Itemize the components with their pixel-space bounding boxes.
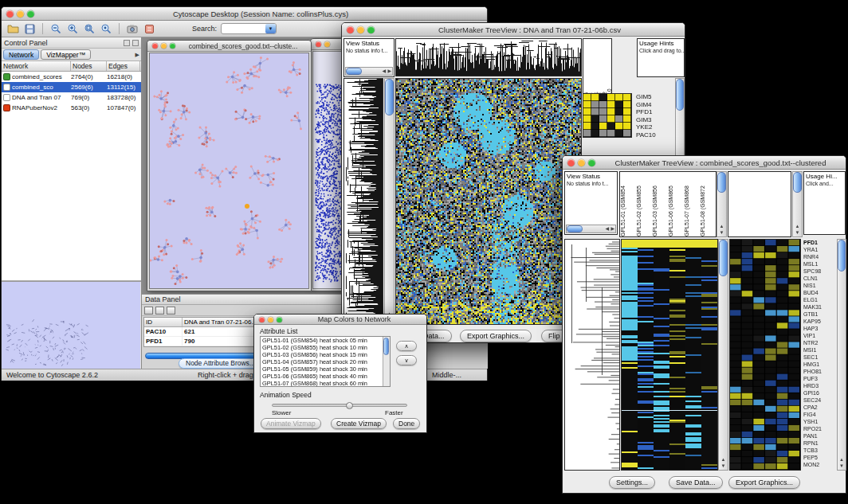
done-button[interactable]: Done <box>393 418 420 429</box>
minimize-button[interactable] <box>324 41 330 47</box>
scrollbar-horizontal[interactable]: ◀ ▶ <box>345 67 393 76</box>
heatmap-panel[interactable] <box>621 239 718 471</box>
gene-label[interactable]: PEP5 <box>802 454 837 461</box>
network-list-row[interactable]: DNA and Tran 07 769(0) 183728(0) <box>2 92 141 103</box>
gene-label[interactable]: NIS1 <box>802 282 837 289</box>
search-dropdown-icon[interactable]: ▼ <box>265 24 276 33</box>
gene-label[interactable]: CLN1 <box>802 275 837 282</box>
scroll-right-icon[interactable]: ▶ <box>610 225 614 232</box>
gene-label[interactable]: RNR4 <box>802 253 837 260</box>
gene-label[interactable]: RPN1 <box>802 440 837 447</box>
gene-label[interactable]: PHO81 <box>802 368 837 375</box>
gene-label[interactable]: PFD1 <box>636 108 671 116</box>
zoom-button[interactable] <box>27 10 34 18</box>
column-label[interactable]: GPL51-07 (GSM868 <box>684 172 700 236</box>
zoom-heatmap-canvas[interactable] <box>730 240 800 470</box>
scroll-up-icon[interactable]: ▲ <box>838 456 846 463</box>
row-dendrogram-canvas[interactable] <box>344 79 383 324</box>
attribute-item[interactable]: GPL51-01 (GSM854) heat shock 05 min <box>261 337 383 344</box>
gene-label[interactable]: YRA1 <box>802 246 837 253</box>
zoom-out-icon[interactable] <box>49 23 62 35</box>
window-controls[interactable] <box>6 10 34 18</box>
gene-label[interactable]: HMG1 <box>802 361 837 368</box>
move-down-button[interactable]: ∨ <box>396 355 417 365</box>
search-input[interactable]: ▼ <box>221 23 277 34</box>
network-list-row[interactable]: combined_sco 2569(6) 13112(15) <box>2 82 141 92</box>
col-network[interactable]: Network <box>2 61 71 71</box>
column-dendrogram-panel[interactable] <box>395 38 582 76</box>
attribute-item[interactable]: GPL51-04 (GSM857) heat shock 20 min <box>261 358 383 365</box>
attribute-item[interactable]: GPL51-07 (GSM868) heat shock 60 min <box>261 380 383 387</box>
attribute-item[interactable]: GPL51-02 (GSM855) heat shock 10 min <box>261 344 383 351</box>
treeview-combined-titlebar[interactable]: ClusterMaker TreeView : combined_scores_… <box>563 156 846 170</box>
column-label[interactable]: GPL51-08 (GSM872 <box>700 172 716 236</box>
gene-label[interactable]: PAN1 <box>802 432 837 440</box>
save-data-button[interactable]: Save Data... <box>669 476 723 489</box>
col-edges[interactable]: Edges <box>107 61 140 71</box>
column-label[interactable]: GPL51-01 (GSM854 <box>620 172 636 236</box>
gene-label[interactable]: BUD4 <box>802 289 837 296</box>
gene-label[interactable]: VIP1 <box>802 332 837 339</box>
minimize-button[interactable] <box>17 10 24 18</box>
arrow-right-icon[interactable]: ▶ <box>135 52 139 58</box>
close-button[interactable] <box>347 26 354 33</box>
gene-label[interactable]: SEC1 <box>802 354 837 361</box>
gene-label[interactable]: GPI16 <box>802 389 837 397</box>
scrollbar-horizontal[interactable]: ◀ ▶ <box>566 225 616 233</box>
gene-label[interactable]: ELG1 <box>802 296 837 303</box>
scroll-up-icon[interactable]: ▲ <box>717 223 726 229</box>
scroll-left-icon[interactable]: ◀ <box>382 68 386 75</box>
gene-label[interactable]: PFD1 <box>802 239 837 246</box>
zoom-fit-icon[interactable] <box>83 23 96 35</box>
treeview-dna-titlebar[interactable]: ClusterMaker TreeView : DNA and Tran 07-… <box>342 23 685 37</box>
scrollbar-vertical[interactable]: ▲ ▼ <box>716 171 727 237</box>
attribute-list[interactable]: GPL51-01 (GSM854) heat shock 05 minGPL51… <box>260 336 391 387</box>
save-session-icon[interactable] <box>23 23 36 35</box>
gene-label[interactable]: YSH1 <box>802 418 837 425</box>
annotation-icon[interactable] <box>143 23 155 35</box>
gene-label[interactable]: MSI1 <box>802 346 837 354</box>
create-vizmap-button[interactable]: Create Vizmap <box>331 418 387 429</box>
slider-thumb[interactable] <box>346 402 353 409</box>
close-button[interactable] <box>259 317 265 322</box>
animation-speed-slider[interactable] <box>272 404 407 407</box>
tab-vizmapper[interactable]: VizMapper™ <box>41 49 91 60</box>
gene-label[interactable]: GIM3 <box>636 116 671 124</box>
scrollbar-vertical[interactable]: ▲ ▼ <box>837 239 846 471</box>
gene-label[interactable]: GTB1 <box>802 311 837 318</box>
gene-label[interactable]: SEC24 <box>802 397 837 404</box>
gene-label[interactable]: SPC98 <box>802 268 837 275</box>
minimize-button[interactable] <box>161 43 167 49</box>
network-overview-canvas[interactable] <box>2 282 140 369</box>
snapshot-icon[interactable] <box>126 23 139 35</box>
close-button[interactable] <box>316 41 321 47</box>
scrollbar-vertical[interactable]: ▲ ▼ <box>384 78 395 325</box>
window-controls[interactable] <box>259 317 282 322</box>
scroll-up-icon[interactable]: ▲ <box>719 456 728 463</box>
network-list-row[interactable]: RNAPuberNov2 563(0) 107847(0) <box>2 103 141 113</box>
col-id[interactable]: ID <box>144 318 183 326</box>
tab-network[interactable]: Network <box>3 49 39 60</box>
scroll-right-icon[interactable]: ▶ <box>387 68 391 75</box>
zoom-matrix-panel[interactable] <box>583 93 632 138</box>
gene-label[interactable]: YKE2 <box>636 123 671 131</box>
col-nodes[interactable]: Nodes <box>71 61 107 71</box>
column-label[interactable]: GPL51-03 (GSM856 <box>652 172 668 236</box>
window-controls[interactable] <box>316 41 330 47</box>
window-controls[interactable] <box>152 43 175 49</box>
gene-label[interactable]: GIM5 <box>636 93 671 101</box>
window-controls[interactable] <box>567 159 595 166</box>
gene-label[interactable]: TCB3 <box>802 447 837 454</box>
animate-vizmap-button[interactable]: Animate Vizmap <box>261 418 321 429</box>
scrollbar-vertical[interactable]: ▲ ▼ <box>718 239 728 471</box>
gene-label[interactable]: PUF3 <box>802 375 837 382</box>
gene-label[interactable]: NTR2 <box>802 339 837 346</box>
close-panel-icon[interactable] <box>132 40 139 46</box>
zoom-button[interactable] <box>170 43 175 49</box>
scroll-up-icon[interactable]: ▲ <box>793 223 802 229</box>
scrollbar-vertical[interactable]: ▲ ▼ <box>792 171 803 237</box>
heatmap-panel[interactable] <box>395 78 582 325</box>
gene-label[interactable]: KAP95 <box>802 318 837 325</box>
export-graphics-button[interactable]: Export Graphics... <box>460 330 532 342</box>
row-dendrogram-panel[interactable] <box>344 78 383 325</box>
